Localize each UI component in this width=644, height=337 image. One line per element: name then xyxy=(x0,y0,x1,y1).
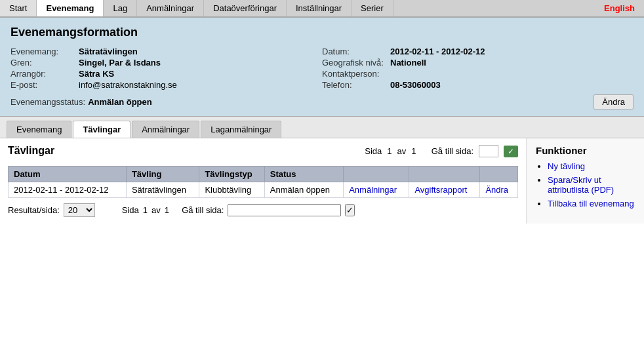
pagination-top: Sida 1 av 1 Gå till sida: ✓ xyxy=(365,145,518,157)
tavlingar-title: Tävlingar xyxy=(8,145,54,157)
geo-value: Nationell xyxy=(390,58,426,68)
nav-item-lag[interactable]: Lag xyxy=(104,0,137,16)
arrangor-label: Arrangör: xyxy=(10,69,76,79)
col-tavlingstyp: Tävlingstyp xyxy=(199,167,264,182)
status-value: Anmälan öppen xyxy=(88,97,152,107)
left-pane: Tävlingar Sida 1 av 1 Gå till sida: ✓ Da… xyxy=(0,138,526,224)
event-info-right: Datum: 2012-02-11 - 2012-02-12 Geografis… xyxy=(322,46,634,90)
andra-button[interactable]: Ändra xyxy=(594,94,634,109)
nav-item-anmalningar[interactable]: Anmälningar xyxy=(137,0,204,16)
av-label-bottom: av xyxy=(151,205,161,215)
nav-bar: Start Evenemang Lag Anmälningar Dataöver… xyxy=(0,0,644,18)
col-tavling: Tävling xyxy=(126,167,199,182)
cell-tavlingstyp: Klubbtävling xyxy=(199,182,264,198)
epost-value: info@satrakonstakning.se xyxy=(79,80,177,90)
sub-tab-anmalningar[interactable]: Anmälningar xyxy=(132,121,199,138)
arrangor-value: Sätra KS xyxy=(79,69,114,79)
page-goto-btn-bottom[interactable]: ✓ xyxy=(345,204,355,216)
col-status: Status xyxy=(264,167,343,182)
epost-row: E-post: info@satrakonstakning.se xyxy=(10,79,322,90)
nav-item-installningar[interactable]: Inställningar xyxy=(287,0,352,16)
cell-datum: 2012-02-11 - 2012-02-12 xyxy=(9,182,127,198)
resultat-select[interactable]: 20 50 100 xyxy=(64,203,95,217)
telefon-value: 08-53060003 xyxy=(390,80,441,90)
status-left: Evenemangsstatus: Anmälan öppen xyxy=(10,97,152,107)
results-per-page-row: Resultat/sida: 20 50 100 Sida 1 av 1 Gå … xyxy=(8,203,518,217)
evenemang-row: Evenemang: Sätratävlingen xyxy=(10,46,322,57)
cell-andra-link[interactable]: Ändra xyxy=(480,182,518,198)
sub-tab-tavlingar[interactable]: Tävlingar xyxy=(73,121,131,138)
main-content: Tävlingar Sida 1 av 1 Gå till sida: ✓ Da… xyxy=(0,138,644,224)
ga-till-label-bottom: Gå till sida: xyxy=(182,205,224,215)
page-current-top: 1 xyxy=(387,146,392,156)
funktioner-panel: Funktioner Ny tävling Spara/Skriv ut att… xyxy=(526,138,644,224)
event-info-left: Evenemang: Sätratävlingen Gren: Singel, … xyxy=(10,46,322,90)
page-total-bottom: 1 xyxy=(165,205,169,215)
tavlingar-table: Datum Tävling Tävlingstyp Status 2012-02… xyxy=(8,166,518,198)
sida-label-bottom: Sida xyxy=(122,205,139,215)
event-info-section: Evenemangsformation Evenemang: Sätratävl… xyxy=(0,18,644,117)
nav-item-dataoverforingar[interactable]: Dataöverföringar xyxy=(204,0,287,16)
funktioner-title: Funktioner xyxy=(536,145,635,156)
epost-label: E-post: xyxy=(10,80,76,90)
evenemang-value: Sätratävlingen xyxy=(79,47,138,56)
tillbaka-link[interactable]: Tillbaka till evenemang xyxy=(548,199,634,208)
ny-tavling-link[interactable]: Ny tävling xyxy=(548,161,585,171)
nav-item-serier[interactable]: Serier xyxy=(352,0,393,16)
sub-tab-laganmalningar[interactable]: Laganmälningar xyxy=(201,121,281,138)
evenemang-label: Evenemang: xyxy=(10,47,76,56)
nav-item-evenemang[interactable]: Evenemang xyxy=(37,0,104,16)
col-datum: Datum xyxy=(9,167,127,182)
status-label: Evenemangsstatus: xyxy=(10,97,85,107)
cell-anmalningar-link[interactable]: Anmälningar xyxy=(344,182,409,198)
sida-label-top: Sida xyxy=(365,146,382,156)
telefon-row: Telefon: 08-53060003 xyxy=(322,79,634,90)
resultat-label: Resultat/sida: xyxy=(8,205,60,215)
gren-value: Singel, Par & Isdans xyxy=(79,58,161,68)
funktioner-item-0: Ny tävling xyxy=(548,161,635,171)
table-header-row: Datum Tävling Tävlingstyp Status xyxy=(9,167,518,182)
spara-skriv-link[interactable]: Spara/Skriv ut attributlista (PDF) xyxy=(548,175,614,195)
cell-tavling: Sätratävlingen xyxy=(126,182,199,198)
geo-row: Geografisk nivå: Nationell xyxy=(322,57,634,68)
page-goto-input-bottom[interactable] xyxy=(228,204,341,216)
datum-row: Datum: 2012-02-11 - 2012-02-12 xyxy=(322,46,634,57)
datum-label: Datum: xyxy=(322,47,388,56)
event-info-grid: Evenemang: Sätratävlingen Gren: Singel, … xyxy=(10,46,634,90)
nav-spacer xyxy=(393,0,595,16)
datum-value: 2012-02-11 - 2012-02-12 xyxy=(390,47,485,56)
ga-till-label-top: Gå till sida: xyxy=(432,146,473,156)
telefon-label: Telefon: xyxy=(322,80,388,90)
funktioner-item-1: Spara/Skriv ut attributlista (PDF) xyxy=(548,175,635,195)
cell-status: Anmälan öppen xyxy=(264,182,343,198)
page-goto-btn-top[interactable]: ✓ xyxy=(504,146,518,157)
page-current-bottom: 1 xyxy=(143,205,148,215)
gren-label: Gren: xyxy=(10,58,76,68)
nav-item-start[interactable]: Start xyxy=(0,0,37,16)
cell-avgiftsrapport-link[interactable]: Avgiftsrapport xyxy=(409,182,480,198)
page-goto-input-top[interactable] xyxy=(479,145,498,157)
status-row: Evenemangsstatus: Anmälan öppen Ändra xyxy=(10,94,634,109)
funktioner-list: Ny tävling Spara/Skriv ut attributlista … xyxy=(536,161,635,208)
event-info-title: Evenemangsformation xyxy=(10,26,634,39)
col-empty2 xyxy=(409,167,480,182)
arrangor-row: Arrangör: Sätra KS xyxy=(10,68,322,79)
kontakt-label: Kontaktperson: xyxy=(322,69,388,79)
nav-language[interactable]: English xyxy=(595,0,644,16)
sub-tab-evenemang[interactable]: Evenemang xyxy=(7,121,71,138)
col-empty3 xyxy=(480,167,518,182)
col-empty1 xyxy=(344,167,409,182)
page-total-top: 1 xyxy=(411,146,416,156)
table-row: 2012-02-11 - 2012-02-12 Sätratävlingen K… xyxy=(9,182,518,198)
kontakt-row: Kontaktperson: xyxy=(322,68,634,79)
geo-label: Geografisk nivå: xyxy=(322,58,388,68)
av-label-top: av xyxy=(397,146,406,156)
gren-row: Gren: Singel, Par & Isdans xyxy=(10,57,322,68)
funktioner-item-2: Tillbaka till evenemang xyxy=(548,199,635,208)
sub-tabs: Evenemang Tävlingar Anmälningar Laganmäl… xyxy=(0,117,644,138)
